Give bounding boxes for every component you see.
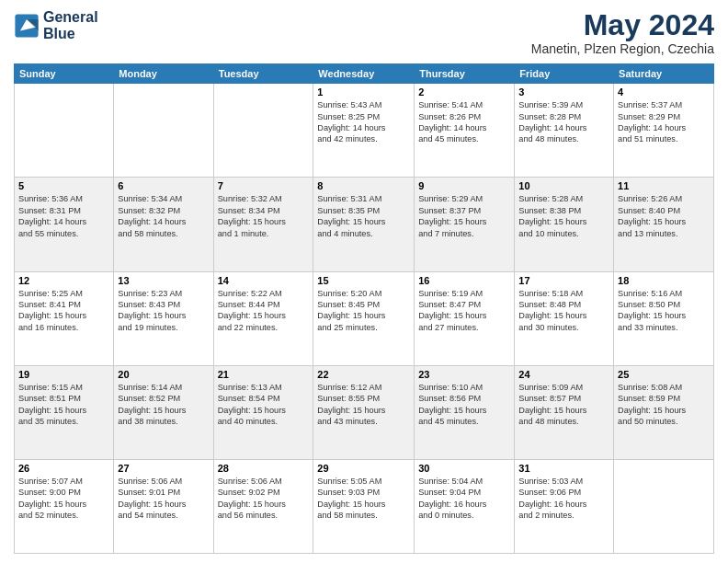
day-info: Sunrise: 5:06 AM Sunset: 9:02 PM Dayligh…	[218, 476, 310, 522]
day-info: Sunrise: 5:15 AM Sunset: 8:51 PM Dayligh…	[18, 382, 109, 428]
calendar-cell: 23Sunrise: 5:10 AM Sunset: 8:56 PM Dayli…	[415, 365, 515, 459]
calendar-cell: 27Sunrise: 5:06 AM Sunset: 9:01 PM Dayli…	[114, 459, 213, 553]
calendar-cell: 1Sunrise: 5:43 AM Sunset: 8:25 PM Daylig…	[313, 84, 415, 178]
day-info: Sunrise: 5:04 AM Sunset: 9:04 PM Dayligh…	[418, 476, 510, 522]
day-number: 18	[618, 275, 710, 286]
header: General Blue May 2024 Manetin, Plzen Reg…	[14, 9, 714, 56]
calendar-cell: 4Sunrise: 5:37 AM Sunset: 8:29 PM Daylig…	[614, 84, 714, 178]
day-number: 12	[18, 275, 109, 286]
calendar-cell: 31Sunrise: 5:03 AM Sunset: 9:06 PM Dayli…	[515, 459, 614, 553]
day-info: Sunrise: 5:29 AM Sunset: 8:37 PM Dayligh…	[418, 193, 510, 239]
calendar-cell: 7Sunrise: 5:32 AM Sunset: 8:34 PM Daylig…	[213, 178, 313, 271]
calendar-cell: 2Sunrise: 5:41 AM Sunset: 8:26 PM Daylig…	[415, 84, 515, 178]
day-info: Sunrise: 5:34 AM Sunset: 8:32 PM Dayligh…	[118, 193, 209, 239]
day-number: 11	[618, 180, 710, 191]
day-info: Sunrise: 5:12 AM Sunset: 8:55 PM Dayligh…	[317, 382, 410, 428]
day-info: Sunrise: 5:36 AM Sunset: 8:31 PM Dayligh…	[18, 193, 109, 239]
calendar-cell: 28Sunrise: 5:06 AM Sunset: 9:02 PM Dayli…	[213, 459, 313, 553]
day-number: 8	[317, 180, 410, 191]
day-number: 9	[418, 180, 510, 191]
day-number: 27	[118, 463, 209, 474]
day-info: Sunrise: 5:07 AM Sunset: 9:00 PM Dayligh…	[18, 476, 109, 522]
calendar-week-3: 12Sunrise: 5:25 AM Sunset: 8:41 PM Dayli…	[15, 271, 714, 365]
calendar-cell: 26Sunrise: 5:07 AM Sunset: 9:00 PM Dayli…	[15, 459, 114, 553]
day-number: 19	[18, 369, 109, 380]
calendar-cell: 8Sunrise: 5:31 AM Sunset: 8:35 PM Daylig…	[313, 178, 415, 271]
calendar-cell: 14Sunrise: 5:22 AM Sunset: 8:44 PM Dayli…	[213, 271, 313, 365]
day-number: 1	[317, 86, 410, 98]
calendar-header-saturday: Saturday	[614, 64, 714, 84]
calendar-cell: 3Sunrise: 5:39 AM Sunset: 8:28 PM Daylig…	[515, 84, 614, 178]
calendar-cell: 11Sunrise: 5:26 AM Sunset: 8:40 PM Dayli…	[614, 178, 714, 271]
day-number: 10	[518, 180, 609, 191]
calendar-cell: 5Sunrise: 5:36 AM Sunset: 8:31 PM Daylig…	[15, 178, 114, 271]
day-info: Sunrise: 5:19 AM Sunset: 8:47 PM Dayligh…	[418, 288, 510, 334]
day-info: Sunrise: 5:39 AM Sunset: 8:28 PM Dayligh…	[518, 99, 609, 145]
main-title: May 2024	[531, 9, 714, 41]
day-info: Sunrise: 5:31 AM Sunset: 8:35 PM Dayligh…	[317, 193, 410, 239]
day-number: 7	[218, 180, 310, 191]
day-info: Sunrise: 5:03 AM Sunset: 9:06 PM Dayligh…	[518, 476, 609, 522]
day-number: 13	[118, 275, 209, 286]
calendar-cell: 24Sunrise: 5:09 AM Sunset: 8:57 PM Dayli…	[515, 365, 614, 459]
day-number: 15	[317, 275, 410, 286]
calendar-cell	[15, 84, 114, 178]
day-info: Sunrise: 5:43 AM Sunset: 8:25 PM Dayligh…	[317, 99, 410, 145]
calendar-cell: 17Sunrise: 5:18 AM Sunset: 8:48 PM Dayli…	[515, 271, 614, 365]
day-number: 2	[418, 86, 510, 98]
calendar-cell: 30Sunrise: 5:04 AM Sunset: 9:04 PM Dayli…	[415, 459, 515, 553]
day-info: Sunrise: 5:41 AM Sunset: 8:26 PM Dayligh…	[418, 99, 510, 145]
day-number: 5	[18, 180, 109, 191]
calendar-header-row: SundayMondayTuesdayWednesdayThursdayFrid…	[15, 64, 714, 84]
calendar-cell	[114, 84, 213, 178]
calendar-cell: 29Sunrise: 5:05 AM Sunset: 9:03 PM Dayli…	[313, 459, 415, 553]
calendar-cell: 20Sunrise: 5:14 AM Sunset: 8:52 PM Dayli…	[114, 365, 213, 459]
day-number: 6	[118, 180, 209, 191]
calendar-cell: 15Sunrise: 5:20 AM Sunset: 8:45 PM Dayli…	[313, 271, 415, 365]
calendar-cell: 9Sunrise: 5:29 AM Sunset: 8:37 PM Daylig…	[415, 178, 515, 271]
calendar-cell	[614, 459, 714, 553]
day-number: 30	[418, 463, 510, 474]
day-info: Sunrise: 5:10 AM Sunset: 8:56 PM Dayligh…	[418, 382, 510, 428]
calendar-header-wednesday: Wednesday	[313, 64, 415, 84]
calendar-cell: 13Sunrise: 5:23 AM Sunset: 8:43 PM Dayli…	[114, 271, 213, 365]
day-info: Sunrise: 5:09 AM Sunset: 8:57 PM Dayligh…	[518, 382, 609, 428]
calendar-cell: 19Sunrise: 5:15 AM Sunset: 8:51 PM Dayli…	[15, 365, 114, 459]
logo: General Blue	[14, 9, 98, 41]
day-number: 21	[218, 369, 310, 380]
calendar-week-4: 19Sunrise: 5:15 AM Sunset: 8:51 PM Dayli…	[15, 365, 714, 459]
calendar-cell: 10Sunrise: 5:28 AM Sunset: 8:38 PM Dayli…	[515, 178, 614, 271]
subtitle: Manetin, Plzen Region, Czechia	[531, 41, 714, 56]
day-info: Sunrise: 5:13 AM Sunset: 8:54 PM Dayligh…	[218, 382, 310, 428]
calendar-header-monday: Monday	[114, 64, 213, 84]
day-info: Sunrise: 5:22 AM Sunset: 8:44 PM Dayligh…	[218, 288, 310, 334]
day-info: Sunrise: 5:32 AM Sunset: 8:34 PM Dayligh…	[218, 193, 310, 239]
day-number: 24	[518, 369, 609, 380]
day-number: 29	[317, 463, 410, 474]
day-info: Sunrise: 5:06 AM Sunset: 9:01 PM Dayligh…	[118, 476, 209, 522]
title-block: May 2024 Manetin, Plzen Region, Czechia	[531, 9, 714, 56]
day-info: Sunrise: 5:14 AM Sunset: 8:52 PM Dayligh…	[118, 382, 209, 428]
day-number: 3	[518, 86, 609, 98]
day-number: 16	[418, 275, 510, 286]
calendar-header-thursday: Thursday	[415, 64, 515, 84]
calendar-header-sunday: Sunday	[15, 64, 114, 84]
calendar-week-2: 5Sunrise: 5:36 AM Sunset: 8:31 PM Daylig…	[15, 178, 714, 271]
page: General Blue May 2024 Manetin, Plzen Reg…	[0, 0, 728, 563]
day-info: Sunrise: 5:28 AM Sunset: 8:38 PM Dayligh…	[518, 193, 609, 239]
calendar-cell: 6Sunrise: 5:34 AM Sunset: 8:32 PM Daylig…	[114, 178, 213, 271]
day-number: 25	[618, 369, 710, 380]
day-info: Sunrise: 5:18 AM Sunset: 8:48 PM Dayligh…	[518, 288, 609, 334]
day-number: 26	[18, 463, 109, 474]
day-info: Sunrise: 5:26 AM Sunset: 8:40 PM Dayligh…	[618, 193, 710, 239]
calendar-cell: 22Sunrise: 5:12 AM Sunset: 8:55 PM Dayli…	[313, 365, 415, 459]
calendar: SundayMondayTuesdayWednesdayThursdayFrid…	[14, 63, 714, 554]
day-number: 20	[118, 369, 209, 380]
logo-text: General Blue	[43, 9, 98, 41]
day-number: 17	[518, 275, 609, 286]
calendar-cell: 16Sunrise: 5:19 AM Sunset: 8:47 PM Dayli…	[415, 271, 515, 365]
day-info: Sunrise: 5:25 AM Sunset: 8:41 PM Dayligh…	[18, 288, 109, 334]
calendar-header-tuesday: Tuesday	[213, 64, 313, 84]
day-number: 23	[418, 369, 510, 380]
calendar-cell: 18Sunrise: 5:16 AM Sunset: 8:50 PM Dayli…	[614, 271, 714, 365]
